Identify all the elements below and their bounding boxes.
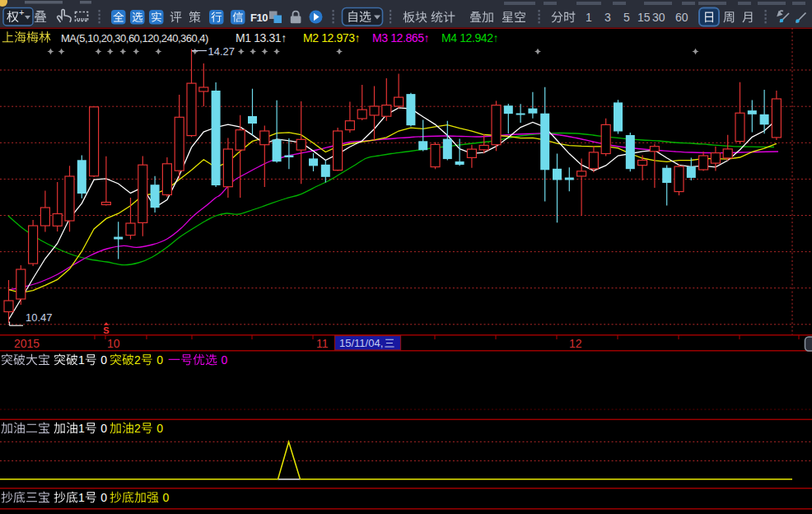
svg-text:1: 1 [78, 353, 85, 367]
svg-text:0: 0 [100, 422, 107, 435]
svg-text:MA(5,10,20,30,60,120,240,360,4: MA(5,10,20,30,60,120,240,360,4) [61, 32, 208, 44]
svg-text:11: 11 [316, 337, 329, 350]
svg-text:M2 12.973↑: M2 12.973↑ [303, 31, 360, 44]
svg-text:0: 0 [100, 491, 107, 504]
svg-text:5: 5 [623, 11, 630, 24]
svg-text:14.27: 14.27 [208, 45, 236, 58]
svg-text:0: 0 [163, 491, 170, 504]
svg-text:0: 0 [156, 353, 163, 367]
svg-text:2015: 2015 [14, 337, 40, 350]
svg-text:3: 3 [604, 11, 611, 24]
svg-text:2: 2 [134, 353, 141, 367]
svg-text:10: 10 [107, 337, 120, 350]
svg-text:15/11/04,: 15/11/04, [339, 337, 383, 349]
svg-text:M4 12.942↑: M4 12.942↑ [441, 31, 498, 44]
svg-text:12: 12 [569, 337, 582, 350]
svg-text:M3 12.865↑: M3 12.865↑ [372, 31, 429, 44]
svg-text:0: 0 [222, 353, 228, 367]
svg-text:15: 15 [637, 11, 651, 24]
svg-text:2: 2 [134, 422, 141, 435]
svg-text:F10: F10 [250, 12, 268, 24]
svg-text:M1 13.31↑: M1 13.31↑ [236, 31, 287, 44]
svg-text:1: 1 [78, 422, 85, 435]
svg-text:+: + [19, 7, 24, 17]
svg-text:10.47: 10.47 [26, 311, 53, 324]
svg-text:0: 0 [100, 353, 107, 367]
svg-text:1: 1 [78, 491, 85, 504]
svg-text:1: 1 [586, 11, 592, 24]
svg-text:60: 60 [675, 11, 688, 24]
svg-text:S: S [103, 325, 109, 335]
svg-text:0: 0 [156, 422, 163, 435]
svg-text:30: 30 [652, 11, 665, 24]
